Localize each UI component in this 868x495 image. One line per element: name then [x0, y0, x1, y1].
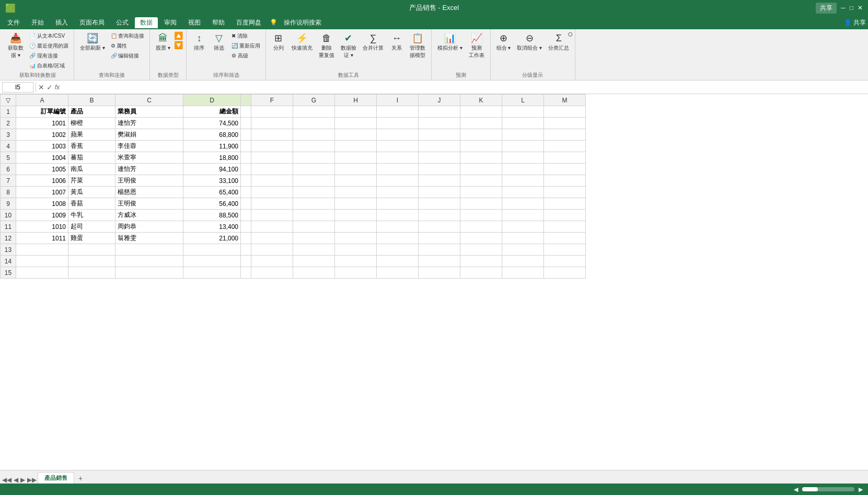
- cell-J4[interactable]: [419, 141, 460, 152]
- cell-K10[interactable]: [460, 210, 502, 221]
- cell-E2[interactable]: [241, 118, 251, 129]
- cell-G2[interactable]: [293, 118, 335, 129]
- cell-C7[interactable]: 王明俊: [115, 175, 183, 187]
- cell-J12[interactable]: [419, 233, 460, 244]
- cell-C12[interactable]: 翁雅雯: [115, 233, 183, 244]
- menu-formula[interactable]: 公式: [111, 17, 134, 28]
- cell-L2[interactable]: [502, 118, 544, 129]
- cell-M5[interactable]: [544, 152, 586, 164]
- cell-A4[interactable]: 1003: [16, 141, 68, 152]
- cell-C13[interactable]: [115, 244, 183, 256]
- cell-J7[interactable]: [419, 175, 460, 187]
- select-all-icon[interactable]: ▽: [6, 97, 10, 104]
- cell-A1[interactable]: 訂單編號: [16, 106, 68, 118]
- cell-I1[interactable]: [377, 106, 419, 118]
- sheet-nav-last[interactable]: ▶▶: [27, 476, 37, 484]
- cell-L8[interactable]: [502, 187, 544, 198]
- cell-D11[interactable]: 13,400: [183, 221, 241, 233]
- cell-J13[interactable]: [419, 244, 460, 256]
- consolidate-button[interactable]: ∑ 合并计算: [360, 31, 386, 53]
- menu-data[interactable]: 数据: [135, 17, 158, 28]
- cell-G3[interactable]: [293, 129, 335, 141]
- cell-M9[interactable]: [544, 198, 586, 210]
- cell-I9[interactable]: [377, 198, 419, 210]
- cell-D7[interactable]: 33,100: [183, 175, 241, 187]
- cell-K11[interactable]: [460, 221, 502, 233]
- cell-A8[interactable]: 1007: [16, 187, 68, 198]
- scroll-right-icon[interactable]: ▶: [859, 486, 863, 493]
- cell-B12[interactable]: 雞蛋: [68, 233, 115, 244]
- cell-B1[interactable]: 產品: [68, 106, 115, 118]
- cell-E13[interactable]: [241, 244, 251, 256]
- cell-G7[interactable]: [293, 175, 335, 187]
- cell-D15[interactable]: [183, 267, 241, 279]
- cell-G12[interactable]: [293, 233, 335, 244]
- outline-expand-icon[interactable]: ⬡: [568, 31, 573, 37]
- cell-I5[interactable]: [377, 152, 419, 164]
- cell-A13[interactable]: [16, 244, 68, 256]
- cell-G9[interactable]: [293, 198, 335, 210]
- cell-H9[interactable]: [335, 198, 377, 210]
- ungroup-button[interactable]: ⊖ 取消组合 ▾: [514, 31, 545, 53]
- cell-E8[interactable]: [241, 187, 251, 198]
- cell-E10[interactable]: [241, 210, 251, 221]
- cell-D6[interactable]: 94,100: [183, 164, 241, 175]
- scroll-track[interactable]: [802, 487, 854, 491]
- cell-B14[interactable]: [68, 256, 115, 267]
- cell-H2[interactable]: [335, 118, 377, 129]
- cell-H10[interactable]: [335, 210, 377, 221]
- confirm-formula-icon[interactable]: ✓: [47, 83, 53, 91]
- cell-E4[interactable]: [241, 141, 251, 152]
- cell-I11[interactable]: [377, 221, 419, 233]
- cell-C11[interactable]: 周鈞恭: [115, 221, 183, 233]
- cell-L9[interactable]: [502, 198, 544, 210]
- cell-F12[interactable]: [251, 233, 293, 244]
- cell-G15[interactable]: [293, 267, 335, 279]
- cell-K6[interactable]: [460, 164, 502, 175]
- menu-view[interactable]: 视图: [183, 17, 206, 28]
- cell-J11[interactable]: [419, 221, 460, 233]
- menu-baidu[interactable]: 百度网盘: [231, 17, 267, 28]
- from-text-csv-button[interactable]: 📄 从文本/CSV: [27, 31, 71, 41]
- user-share-icon[interactable]: 👤 共享: [844, 18, 866, 27]
- col-header-I[interactable]: I: [377, 95, 419, 106]
- cell-J2[interactable]: [419, 118, 460, 129]
- edit-links-button[interactable]: 🔗 编辑链接: [109, 51, 147, 61]
- cell-G11[interactable]: [293, 221, 335, 233]
- cell-J1[interactable]: [419, 106, 460, 118]
- cell-C10[interactable]: 方威冰: [115, 210, 183, 221]
- cell-G14[interactable]: [293, 256, 335, 267]
- col-header-A[interactable]: A: [16, 95, 68, 106]
- cell-H15[interactable]: [335, 267, 377, 279]
- col-header-F[interactable]: F: [251, 95, 293, 106]
- cell-J8[interactable]: [419, 187, 460, 198]
- cell-B8[interactable]: 黃瓜: [68, 187, 115, 198]
- cell-J14[interactable]: [419, 256, 460, 267]
- cell-L4[interactable]: [502, 141, 544, 152]
- cell-L6[interactable]: [502, 164, 544, 175]
- cell-K13[interactable]: [460, 244, 502, 256]
- cell-B4[interactable]: 香蕉: [68, 141, 115, 152]
- cell-B9[interactable]: 香菇: [68, 198, 115, 210]
- cell-M3[interactable]: [544, 129, 586, 141]
- cell-H5[interactable]: [335, 152, 377, 164]
- cell-A10[interactable]: 1009: [16, 210, 68, 221]
- cell-D9[interactable]: 56,400: [183, 198, 241, 210]
- cell-M7[interactable]: [544, 175, 586, 187]
- existing-connections-button[interactable]: 🔗 现有连接: [27, 51, 71, 61]
- cell-M15[interactable]: [544, 267, 586, 279]
- sheet-nav-first[interactable]: ◀◀: [2, 476, 11, 484]
- cell-C14[interactable]: [115, 256, 183, 267]
- share-button[interactable]: 共享: [816, 3, 837, 14]
- relationships-button[interactable]: ↔ 关系: [387, 31, 406, 53]
- sheet-nav-next[interactable]: ▶: [20, 476, 25, 484]
- cell-F6[interactable]: [251, 164, 293, 175]
- cell-A5[interactable]: 1004: [16, 152, 68, 164]
- cell-F7[interactable]: [251, 175, 293, 187]
- cell-C8[interactable]: 楊慈恩: [115, 187, 183, 198]
- cell-C2[interactable]: 連怡芳: [115, 118, 183, 129]
- menu-start[interactable]: 开始: [26, 17, 49, 28]
- cell-M6[interactable]: [544, 164, 586, 175]
- split-column-button[interactable]: ⊞ 分列: [269, 31, 288, 53]
- cell-J9[interactable]: [419, 198, 460, 210]
